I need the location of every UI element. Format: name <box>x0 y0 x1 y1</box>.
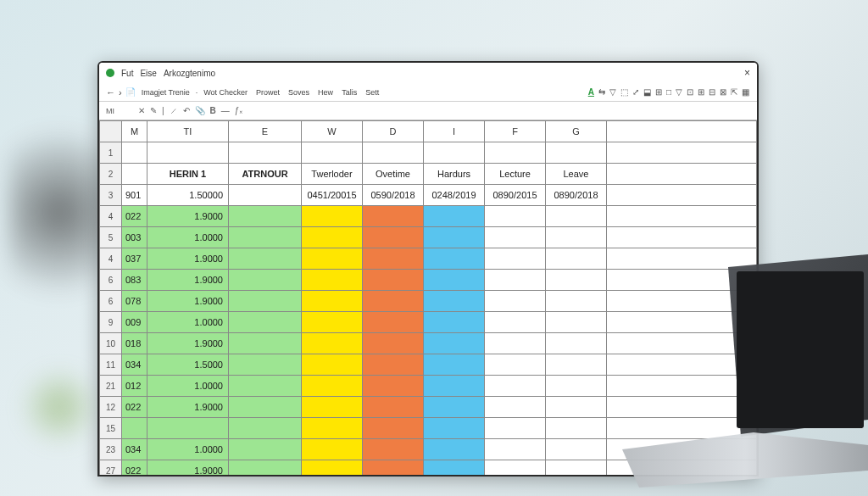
cell-G[interactable] <box>546 397 607 418</box>
close-icon[interactable]: × <box>744 67 750 79</box>
cell-TI[interactable] <box>147 418 229 439</box>
corner-cell[interactable] <box>100 121 122 142</box>
tb-icon-5[interactable]: ⊞ <box>654 87 663 97</box>
tb-icon-1[interactable]: ▽ <box>609 87 617 97</box>
cell-I[interactable] <box>424 227 485 248</box>
cell-TI[interactable]: 1.9000 <box>147 270 229 291</box>
cell-TI[interactable]: 1.9000 <box>147 397 229 418</box>
cell[interactable] <box>363 142 424 164</box>
cell-F[interactable] <box>485 439 546 460</box>
cell-D[interactable]: 0590/2018 <box>363 185 424 206</box>
cell-F[interactable] <box>485 376 546 397</box>
cell-I[interactable] <box>424 376 485 397</box>
cell-F[interactable] <box>485 248 546 270</box>
cell-M[interactable]: 003 <box>122 227 147 248</box>
cell-M[interactable]: 078 <box>122 291 147 312</box>
cell[interactable] <box>122 164 147 185</box>
cell-F[interactable] <box>485 227 546 248</box>
cell[interactable] <box>607 185 757 206</box>
cell-D[interactable] <box>363 418 424 439</box>
cell-D[interactable] <box>363 248 424 270</box>
tb-icon-0[interactable]: ⇆ <box>598 87 606 97</box>
cell[interactable] <box>485 142 546 164</box>
cell-E[interactable] <box>229 185 302 206</box>
cell-M[interactable]: 022 <box>122 206 147 227</box>
cell-G[interactable] <box>546 418 607 439</box>
cell[interactable] <box>229 142 302 164</box>
tb-icon-13[interactable]: ▦ <box>741 87 750 97</box>
cell[interactable] <box>607 312 757 333</box>
col-header-M[interactable]: M <box>122 121 147 142</box>
cell-I[interactable] <box>424 248 485 270</box>
cell-I[interactable] <box>424 206 485 227</box>
cell[interactable] <box>607 397 757 418</box>
row-num[interactable]: 11 <box>100 354 122 376</box>
cell-E[interactable] <box>229 248 302 270</box>
menu-wotchecker[interactable]: Wot Checker <box>201 88 250 97</box>
cell-M[interactable]: 022 <box>122 397 147 418</box>
cell[interactable] <box>302 142 363 164</box>
menu-soves[interactable]: Soves <box>286 88 312 97</box>
cell-G[interactable] <box>546 354 607 376</box>
subheader-W[interactable]: Twerloder <box>302 164 363 185</box>
title-menu-1[interactable]: Fut <box>121 69 133 78</box>
title-menu-2[interactable]: Eise <box>140 69 156 78</box>
menu-sett[interactable]: Sett <box>363 88 381 97</box>
cell-G[interactable] <box>546 291 607 312</box>
cell-M[interactable]: 034 <box>122 439 147 460</box>
row-num[interactable]: 27 <box>100 460 122 477</box>
cell[interactable] <box>607 439 757 460</box>
cell-I[interactable] <box>424 333 485 354</box>
forward-arrow-icon[interactable]: › <box>119 87 122 98</box>
col-header-E[interactable]: E <box>229 121 302 142</box>
cell-W[interactable] <box>302 376 363 397</box>
cell-I[interactable] <box>424 460 485 477</box>
row-num[interactable]: 12 <box>100 397 122 418</box>
cell-G[interactable] <box>546 333 607 354</box>
cell-TI[interactable]: 1.9000 <box>147 291 229 312</box>
col-header-rest[interactable] <box>607 121 757 142</box>
cell[interactable] <box>607 206 757 227</box>
col-header-TI[interactable]: TI <box>147 121 229 142</box>
subheader-F[interactable]: Lecture <box>485 164 546 185</box>
cell-TI[interactable]: 1.5000 <box>147 354 229 376</box>
cell-TI[interactable]: 1.0000 <box>147 227 229 248</box>
cell-G[interactable] <box>546 270 607 291</box>
cell-M[interactable]: 022 <box>122 460 147 477</box>
fb-bold-icon[interactable]: B <box>210 106 216 115</box>
cell-G[interactable] <box>546 439 607 460</box>
cell-G[interactable] <box>546 248 607 270</box>
fb-cancel-icon[interactable]: ✕ <box>138 106 145 115</box>
cell-E[interactable] <box>229 418 302 439</box>
menu-imagjet[interactable]: Imagjet Trenie <box>139 88 192 97</box>
cell-M[interactable]: 034 <box>122 354 147 376</box>
tb-icon-11[interactable]: ⊠ <box>719 87 727 97</box>
cell-F[interactable] <box>485 418 546 439</box>
cell-F[interactable] <box>485 270 546 291</box>
cell-W[interactable] <box>302 333 363 354</box>
cell-W[interactable] <box>302 397 363 418</box>
row-num[interactable]: 15 <box>100 418 122 439</box>
cell-E[interactable] <box>229 460 302 477</box>
cell-G[interactable] <box>546 460 607 477</box>
cell[interactable] <box>122 142 147 164</box>
col-header-D[interactable]: D <box>363 121 424 142</box>
tb-icon-7[interactable]: ▽ <box>675 87 683 97</box>
cell-M[interactable]: 037 <box>122 248 147 270</box>
cell-TI[interactable]: 1.50000 <box>147 185 229 206</box>
row-num[interactable]: 21 <box>100 376 122 397</box>
fb-clip-icon[interactable]: 📎 <box>195 106 205 115</box>
cell-D[interactable] <box>363 270 424 291</box>
subheader-TI[interactable]: HERIN 1 <box>147 164 229 185</box>
cell-I[interactable] <box>424 312 485 333</box>
cell-M[interactable] <box>122 418 147 439</box>
cell-I[interactable] <box>424 418 485 439</box>
cell[interactable] <box>607 227 757 248</box>
fb-dash-icon[interactable]: — <box>221 106 230 115</box>
cell-G[interactable] <box>546 206 607 227</box>
cell-F[interactable] <box>485 206 546 227</box>
cell[interactable] <box>607 418 757 439</box>
cell-F[interactable]: 0890/2015 <box>485 185 546 206</box>
fb-fx-icon[interactable]: ƒₓ <box>235 106 243 115</box>
title-menu-3[interactable]: Arkozgtenimo <box>164 69 215 78</box>
